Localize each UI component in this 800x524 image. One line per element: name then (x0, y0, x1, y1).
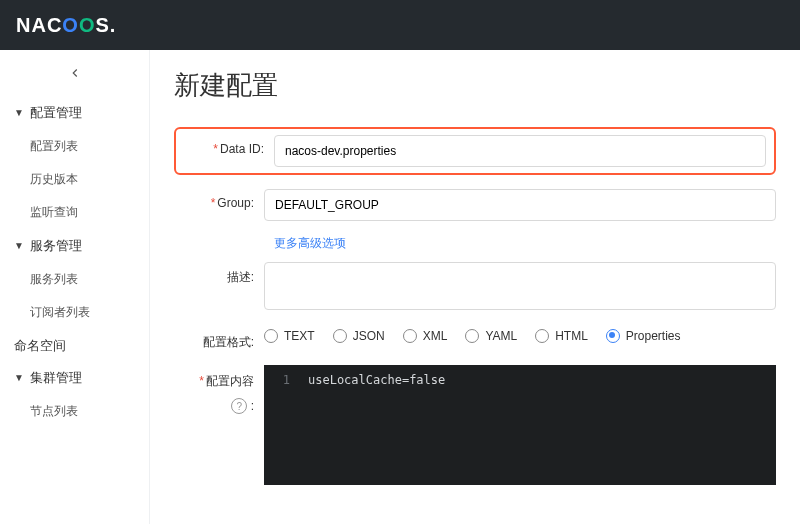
radio-icon (264, 329, 278, 343)
nav-group-namespace[interactable]: 命名空间 (0, 331, 149, 361)
nav-group-cluster[interactable]: ▼ 集群管理 (0, 363, 149, 393)
field-data-id-highlighted: *Data ID: (174, 127, 776, 175)
group-input[interactable] (264, 189, 776, 221)
field-desc: 描述: (174, 262, 776, 313)
desc-label: 描述: (174, 262, 264, 286)
caret-down-icon: ▼ (14, 108, 24, 118)
nav-group-label: 配置管理 (30, 104, 82, 122)
nav-group-label: 命名空间 (14, 337, 66, 355)
topbar: NACOOS. (0, 0, 800, 50)
format-option-xml[interactable]: XML (403, 329, 448, 343)
sidebar: ▼ 配置管理 配置列表 历史版本 监听查询 ▼ 服务管理 服务列表 订阅者列表 … (0, 50, 150, 524)
nav-item-config-list[interactable]: 配置列表 (0, 130, 149, 163)
radio-icon (535, 329, 549, 343)
nav-item-service-list[interactable]: 服务列表 (0, 263, 149, 296)
caret-down-icon: ▼ (14, 241, 24, 251)
data-id-label: *Data ID: (184, 135, 274, 156)
logo: NACOOS. (16, 14, 116, 37)
advanced-options-link[interactable]: 更多高级选项 (274, 235, 776, 252)
main-content: 新建配置 *Data ID: *Group: 更多高级选项 描述: 配置格式: … (150, 50, 800, 524)
nav-group-label: 服务管理 (30, 237, 82, 255)
format-option-properties[interactable]: Properties (606, 329, 681, 343)
field-format: 配置格式: TEXT JSON XML YAML HTML Properties (174, 327, 776, 351)
nav-item-subscribers[interactable]: 订阅者列表 (0, 296, 149, 329)
nav-item-listener[interactable]: 监听查询 (0, 196, 149, 229)
chevron-left-icon (68, 66, 82, 80)
code-line: useLocalCache=false (298, 365, 455, 485)
format-option-json[interactable]: JSON (333, 329, 385, 343)
nav-group-config[interactable]: ▼ 配置管理 (0, 98, 149, 128)
nav-group-service[interactable]: ▼ 服务管理 (0, 231, 149, 261)
format-option-yaml[interactable]: YAML (465, 329, 517, 343)
format-option-text[interactable]: TEXT (264, 329, 315, 343)
caret-down-icon: ▼ (14, 373, 24, 383)
sidebar-collapse-button[interactable] (0, 56, 149, 96)
field-content: *配置内容 ? : 1 useLocalCache=false (174, 365, 776, 485)
radio-icon (606, 329, 620, 343)
nav-item-history[interactable]: 历史版本 (0, 163, 149, 196)
code-editor[interactable]: 1 useLocalCache=false (264, 365, 776, 485)
field-group: *Group: (174, 189, 776, 221)
data-id-input[interactable] (274, 135, 766, 167)
help-icon[interactable]: ? (231, 398, 247, 414)
radio-icon (403, 329, 417, 343)
nav-item-node-list[interactable]: 节点列表 (0, 395, 149, 428)
format-radio-group: TEXT JSON XML YAML HTML Properties (264, 327, 776, 343)
line-gutter: 1 (264, 365, 298, 485)
radio-icon (465, 329, 479, 343)
nav-group-label: 集群管理 (30, 369, 82, 387)
logo-text: NACOOS. (16, 14, 116, 37)
format-label: 配置格式: (174, 327, 264, 351)
group-label: *Group: (174, 189, 264, 210)
format-option-html[interactable]: HTML (535, 329, 588, 343)
content-label: *配置内容 ? : (174, 365, 264, 414)
radio-icon (333, 329, 347, 343)
page-title: 新建配置 (174, 68, 776, 103)
desc-textarea[interactable] (264, 262, 776, 310)
